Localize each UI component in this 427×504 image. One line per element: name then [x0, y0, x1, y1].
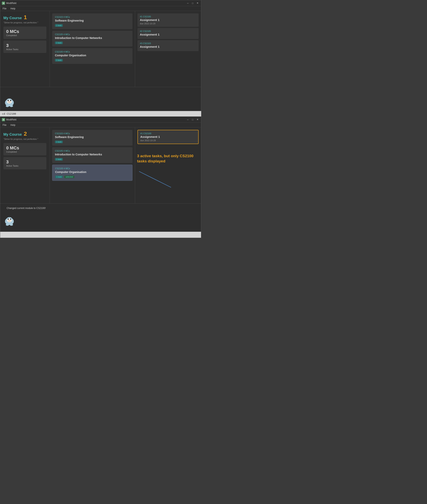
titlebar-2: ▣ ModtRekt ─ □ ✕ — [0, 117, 201, 123]
quote-2: "Strive for progress, not perfection." — [3, 138, 46, 140]
svg-point-20 — [8, 219, 11, 222]
svg-point-18 — [6, 224, 9, 226]
middle-panel-2: CS2103 4 MCs Software Engineering 1 task… — [50, 128, 135, 203]
main-content-2: My Course 2 "Strive for progress, not pe… — [0, 128, 201, 203]
svg-point-9 — [8, 101, 11, 103]
stat-mcs-label-1: Completed — [6, 34, 44, 37]
quote-1: "Strive for progress, not perfection." — [3, 21, 46, 24]
task-name-3-1: Assignment 1 — [140, 45, 196, 48]
app-title-1: ModtRekt — [6, 2, 16, 5]
course-selected-tag-cs2100-2: selected — [64, 176, 74, 178]
my-course-header-1: My Course 1 — [3, 14, 46, 21]
stat-box-tasks-1: 3 Active Tasks — [3, 41, 46, 53]
task-num-3-1: #3 CS2103 — [140, 42, 196, 45]
course-tag-cs2105-2: 1 task — [55, 158, 63, 161]
menu-help-2[interactable]: Help — [10, 123, 16, 127]
course-name-cs2105-2: Introduction to Computer Networks — [55, 153, 130, 156]
task-name-1-1: Assignment 1 — [140, 18, 196, 22]
svg-point-15 — [10, 218, 11, 220]
stat-tasks-label-2: Active Tasks — [6, 165, 44, 167]
course-card-cs2100-1[interactable]: CS2100 4 MCs Computer Organisation 1 tas… — [52, 48, 132, 64]
my-course-title-1: My Course — [3, 16, 22, 20]
svg-point-19 — [10, 224, 13, 226]
svg-point-17 — [11, 222, 13, 223]
stat-mcs-label-2: Completed — [6, 151, 44, 153]
maximize-button-2[interactable]: □ — [191, 118, 195, 122]
stat-mcs-number-1: 0 MCs — [6, 29, 44, 34]
close-button-2[interactable]: ✕ — [195, 118, 199, 122]
task-item-3-1: #3 CS2103 Assignment 1 — [137, 40, 199, 51]
menubar-2: File Help — [0, 123, 201, 128]
right-panel-2: #1 CS2100 Assignment 1 due 2022-10-29 3 … — [135, 128, 201, 203]
course-tag-cs2100-1: 1 task — [55, 59, 63, 61]
course-name-cs2100-2: Computer Organisation — [55, 170, 130, 173]
task-name-1-2: Assignment 1 — [140, 135, 196, 138]
app-icon-2: ▣ — [2, 118, 5, 121]
close-button-1[interactable]: ✕ — [195, 1, 199, 5]
course-tag-cs2100-2: 1 task — [55, 176, 63, 178]
task-item-1-2: #1 CS2100 Assignment 1 due 2022-10-29 — [137, 130, 199, 144]
maximize-button-1[interactable]: □ — [191, 1, 195, 5]
stat-box-tasks-2: 3 Active Tasks — [3, 157, 46, 169]
minimize-button-1[interactable]: ─ — [186, 1, 190, 5]
changed-module-msg: Changed current module to CS2100! — [3, 205, 198, 211]
course-card-cs2105-1[interactable]: CS2105 4 MCs Introduction to Computer Ne… — [52, 31, 132, 46]
menu-file-2[interactable]: File — [2, 123, 7, 127]
course-meta-cs2100-1: CS2100 4 MCs — [55, 51, 130, 53]
stat-tasks-label-1: Active Tasks — [6, 48, 44, 51]
menu-help-1[interactable]: Help — [10, 7, 16, 10]
minimize-button-2[interactable]: ─ — [186, 118, 190, 122]
right-panel-1: #1 CS2100 Assignment 1 due 2022-10-29 #2… — [135, 11, 201, 87]
svg-point-16 — [6, 222, 8, 223]
titlebar-controls-1: ─ □ ✕ — [186, 1, 199, 5]
task-item-1-1: #1 CS2100 Assignment 1 due 2022-10-29 — [137, 13, 199, 27]
task-num-1-1: #1 CS2100 — [140, 15, 196, 18]
step-number-1: 1 — [24, 14, 27, 21]
task-due-1-2: due 2022-10-29 — [140, 139, 196, 142]
mascot-1 — [3, 96, 15, 108]
svg-point-14 — [8, 218, 9, 220]
course-meta-cs2105-2: CS2105 4 MCs — [55, 150, 130, 152]
menu-file-1[interactable]: File — [2, 7, 7, 10]
course-tag-cs2103-2: 1 task — [55, 141, 63, 143]
course-card-cs2105-2[interactable]: CS2105 4 MCs Introduction to Computer Ne… — [52, 147, 132, 163]
course-card-cs2103-2[interactable]: CS2103 4 MCs Software Engineering 1 task — [52, 130, 132, 146]
course-name-cs2103-2: Software Engineering — [55, 135, 130, 139]
stat-box-mcs-2: 0 MCs Completed — [3, 143, 46, 155]
my-course-title-2: My Course — [3, 132, 22, 137]
middle-panel-1: CS2103 4 MCs Software Engineering 1 task… — [50, 11, 135, 87]
mascot-2 — [3, 214, 15, 226]
course-name-cs2105-1: Introduction to Computer Networks — [55, 36, 130, 39]
stat-tasks-number-1: 3 — [6, 43, 44, 48]
titlebar-left-2: ▣ ModtRekt — [2, 118, 16, 121]
stat-mcs-number-2: 0 MCs — [6, 145, 44, 151]
bottom-input-bar[interactable] — [0, 232, 201, 238]
course-card-cs2103-1[interactable]: CS2103 4 MCs Software Engineering 1 task — [52, 13, 132, 29]
annotation-text-2: 3 active tasks, but only CS2100 tasks di… — [137, 153, 197, 164]
app-icon-1: ▣ — [2, 2, 5, 5]
stat-box-mcs-1: 0 MCs Completed — [3, 27, 46, 39]
titlebar-left-1: ▣ ModtRekt — [2, 2, 16, 5]
course-meta-cs2103-1: CS2103 4 MCs — [55, 16, 130, 18]
svg-line-10 — [139, 171, 171, 187]
task-item-2-1: #2 CS2105 Assignment 1 — [137, 28, 199, 39]
svg-point-8 — [10, 105, 13, 107]
titlebar-1: ▣ ModtRekt ─ □ ✕ — [0, 0, 201, 6]
command-bar[interactable] — [0, 111, 201, 116]
left-panel-1: My Course 1 "Strive for progress, not pe… — [0, 11, 50, 87]
svg-point-5 — [6, 103, 8, 105]
task-num-1-2: #1 CS2100 — [140, 132, 196, 135]
course-meta-cs2100-2: CS2100 4 MCs — [55, 167, 130, 170]
svg-point-6 — [11, 103, 13, 105]
step-number-2: 2 — [24, 131, 27, 137]
terminal-area-2: Changed current module to CS2100! — [0, 203, 201, 232]
titlebar-controls-2: ─ □ ✕ — [186, 118, 199, 122]
course-meta-cs2105-1: CS2105 4 MCs — [55, 33, 130, 36]
task-name-2-1: Assignment 1 — [140, 33, 196, 36]
bottom-input-field[interactable] — [2, 233, 199, 236]
command-input[interactable] — [2, 112, 199, 115]
menubar-1: File Help — [0, 6, 201, 11]
course-name-cs2103-1: Software Engineering — [55, 19, 130, 22]
course-card-cs2100-2[interactable]: CS2100 4 MCs Computer Organisation 1 tas… — [52, 165, 132, 181]
course-tag-cs2103-1: 1 task — [55, 24, 63, 27]
